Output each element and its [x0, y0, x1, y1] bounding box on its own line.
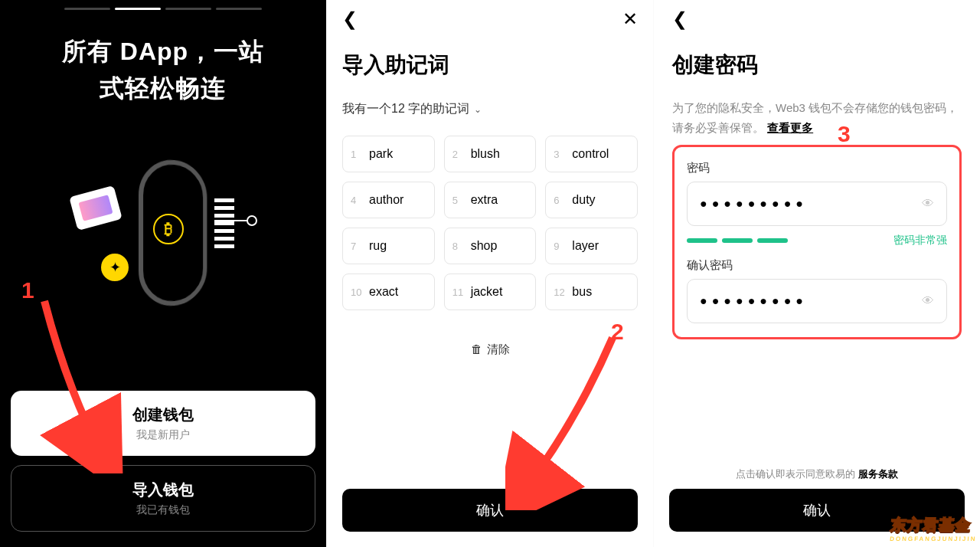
eye-icon[interactable]: 👁	[922, 294, 934, 308]
seed-word-11[interactable]: 11jacket	[444, 274, 537, 310]
seed-word-12[interactable]: 12bus	[545, 274, 638, 310]
seed-word-7[interactable]: 7rug	[342, 228, 435, 264]
watermark: 东方君基金DONGFANGJUNJIJIN	[889, 515, 978, 542]
terms-text: 点击确认即表示同意欧易的 服务条款	[654, 467, 980, 481]
seed-word-4[interactable]: 4author	[342, 182, 435, 218]
page-title: 导入助记词	[342, 51, 638, 80]
annotation-1: 1	[21, 277, 34, 303]
seed-word-10[interactable]: 10exact	[342, 274, 435, 310]
learn-more-link[interactable]: 查看更多	[767, 121, 813, 134]
seed-word-6[interactable]: 6duty	[545, 182, 638, 218]
annotation-3: 3	[838, 121, 851, 147]
qr-icon	[214, 198, 234, 252]
trash-icon: 🗑	[471, 342, 482, 355]
page-title: 创建密码	[672, 51, 962, 80]
seed-word-9[interactable]: 9layer	[545, 228, 638, 264]
seed-word-3[interactable]: 3control	[545, 136, 638, 172]
annotation-2: 2	[611, 319, 624, 345]
seed-word-8[interactable]: 8shop	[444, 228, 537, 264]
confirm-password-input[interactable]: ●●●●●●●●● 👁	[687, 279, 947, 323]
import-wallet-button[interactable]: 导入钱包 我已有钱包	[11, 465, 315, 532]
close-icon[interactable]: ✕	[622, 8, 638, 30]
chevron-down-icon: ⌄	[474, 104, 482, 115]
progress-indicator	[64, 8, 262, 10]
password-input[interactable]: ●●●●●●●●● 👁	[687, 182, 947, 226]
terms-link[interactable]: 服务条款	[858, 468, 898, 480]
strength-meter: 密码非常强	[687, 234, 947, 247]
seed-word-5[interactable]: 5extra	[444, 182, 537, 218]
arrow-1	[37, 297, 129, 473]
seed-word-1[interactable]: 1park	[342, 136, 435, 172]
eye-icon[interactable]: 👁	[922, 197, 934, 211]
illustration	[0, 145, 326, 313]
description: 为了您的隐私安全，Web3 钱包不会存储您的钱包密码，请务必妥善保管。 查看更多	[672, 98, 962, 137]
arrow-2	[505, 334, 628, 510]
back-icon[interactable]: ❮	[342, 8, 358, 30]
headline: 所有 DApp，一站 式轻松畅连	[62, 33, 264, 106]
bitcoin-icon	[153, 214, 184, 244]
seed-grid: 1park2blush3control4author5extra6duty7ru…	[342, 136, 638, 310]
confirm-password-label: 确认密码	[687, 258, 947, 273]
back-icon[interactable]: ❮	[672, 8, 688, 30]
compass-icon	[100, 252, 130, 283]
password-label: 密码	[687, 161, 947, 175]
password-section: 密码 ●●●●●●●●● 👁 密码非常强 确认密码 ●●●●●●●●● 👁	[672, 145, 962, 339]
create-password-panel: ❮ 创建密码 为了您的隐私安全，Web3 钱包不会存储您的钱包密码，请务必妥善保…	[653, 0, 980, 547]
word-count-selector[interactable]: 我有一个12 字的助记词 ⌄	[342, 101, 638, 117]
seed-word-2[interactable]: 2blush	[444, 136, 537, 172]
